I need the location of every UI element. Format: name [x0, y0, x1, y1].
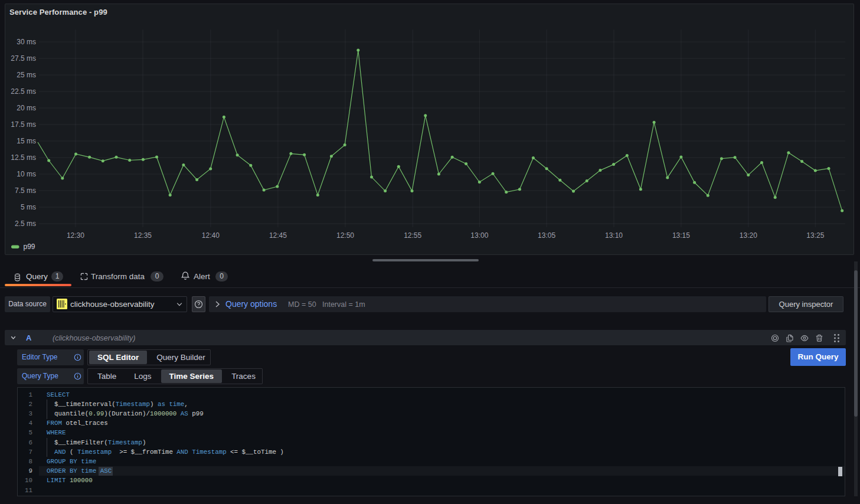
svg-text:27.5 ms: 27.5 ms [11, 54, 36, 63]
svg-text:13:20: 13:20 [740, 231, 757, 240]
svg-text:12:50: 12:50 [336, 231, 354, 240]
svg-text:2.5 ms: 2.5 ms [15, 220, 36, 228]
svg-text:20 ms: 20 ms [17, 104, 36, 112]
svg-text:10 ms: 10 ms [17, 170, 36, 178]
svg-text:7.5 ms: 7.5 ms [15, 186, 36, 195]
svg-text:17.5 ms: 17.5 ms [11, 120, 36, 129]
svg-text:30 ms: 30 ms [17, 38, 36, 46]
svg-text:12:30: 12:30 [67, 231, 84, 240]
svg-text:12:35: 12:35 [134, 231, 152, 240]
svg-text:15 ms: 15 ms [17, 137, 36, 145]
svg-text:5 ms: 5 ms [21, 203, 36, 211]
svg-text:13:10: 13:10 [605, 231, 623, 240]
svg-text:13:05: 13:05 [538, 231, 555, 240]
svg-text:12:45: 12:45 [269, 231, 287, 240]
svg-text:p99: p99 [24, 243, 35, 251]
svg-text:12.5 ms: 12.5 ms [11, 153, 36, 162]
svg-text:13:00: 13:00 [470, 231, 488, 240]
svg-text:13:15: 13:15 [672, 231, 690, 240]
svg-text:22.5 ms: 22.5 ms [11, 87, 36, 96]
svg-text:13:25: 13:25 [806, 231, 824, 240]
svg-text:12:40: 12:40 [202, 231, 220, 240]
svg-text:12:55: 12:55 [404, 231, 421, 240]
svg-text:25 ms: 25 ms [17, 71, 36, 79]
